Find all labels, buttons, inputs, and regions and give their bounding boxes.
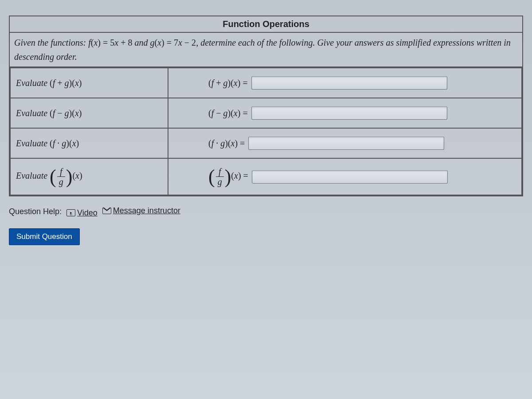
row-f-minus-g: Evaluate (f − g)(x) (f − g)(x) = bbox=[10, 98, 522, 128]
rhs-label-f-over-g: (fg)(x) = bbox=[208, 167, 248, 187]
video-icon: ▸ bbox=[66, 209, 75, 216]
rhs-label-f-minus-g: (f − g)(x) = bbox=[208, 108, 248, 118]
function-operations-table: Function Operations Given the functions:… bbox=[9, 16, 523, 196]
message-instructor-link[interactable]: Message instructor bbox=[102, 206, 180, 215]
prompt-f-times-g: Evaluate (f · g)(x) bbox=[10, 128, 168, 158]
f-definition: f(x) = 5x + 8 bbox=[88, 38, 132, 47]
answer-input-f-times-g[interactable] bbox=[248, 137, 444, 150]
answer-cell-f-minus-g: (f − g)(x) = bbox=[168, 98, 522, 128]
submit-button[interactable]: Submit Question bbox=[9, 228, 80, 245]
row-f-plus-g: Evaluate (f + g)(x) (f + g)(x) = bbox=[10, 68, 522, 98]
envelope-icon bbox=[102, 207, 111, 214]
prompt-f-minus-g: Evaluate (f − g)(x) bbox=[10, 98, 168, 128]
question-help: Question Help: ▸ Video Message instructo… bbox=[9, 206, 523, 218]
inner-table: Evaluate (f + g)(x) (f + g)(x) = Evaluat… bbox=[10, 67, 522, 196]
prompt-f-over-g: Evaluate (fg)(x) bbox=[10, 158, 168, 195]
instructions-prefix: Given the functions: bbox=[14, 38, 88, 47]
table-title: Function Operations bbox=[9, 16, 523, 32]
message-label: Message instructor bbox=[113, 206, 180, 215]
g-definition: g(x) = 7x − 2 bbox=[150, 38, 196, 47]
answer-cell-f-over-g: (fg)(x) = bbox=[168, 158, 522, 195]
instructions: Given the functions: f(x) = 5x + 8 and g… bbox=[9, 32, 523, 67]
answer-input-f-over-g[interactable] bbox=[252, 170, 448, 184]
video-link[interactable]: ▸ Video bbox=[66, 208, 98, 218]
answer-input-f-plus-g[interactable] bbox=[251, 76, 447, 90]
help-label: Question Help: bbox=[9, 207, 62, 216]
rows-container: Evaluate (f + g)(x) (f + g)(x) = Evaluat… bbox=[9, 67, 523, 196]
prompt-f-plus-g: Evaluate (f + g)(x) bbox=[10, 68, 168, 98]
answer-cell-f-plus-g: (f + g)(x) = bbox=[168, 68, 522, 98]
answer-input-f-minus-g[interactable] bbox=[251, 106, 447, 120]
row-f-over-g: Evaluate (fg)(x) (fg)(x) = bbox=[10, 158, 522, 195]
row-f-times-g: Evaluate (f · g)(x) (f · g)(x) = bbox=[10, 128, 522, 158]
rhs-label-f-times-g: (f · g)(x) = bbox=[208, 138, 245, 149]
video-label: Video bbox=[77, 208, 98, 218]
rhs-label-f-plus-g: (f + g)(x) = bbox=[208, 78, 248, 88]
answer-cell-f-times-g: (f · g)(x) = bbox=[168, 128, 522, 158]
instructions-mid: and bbox=[134, 38, 150, 47]
